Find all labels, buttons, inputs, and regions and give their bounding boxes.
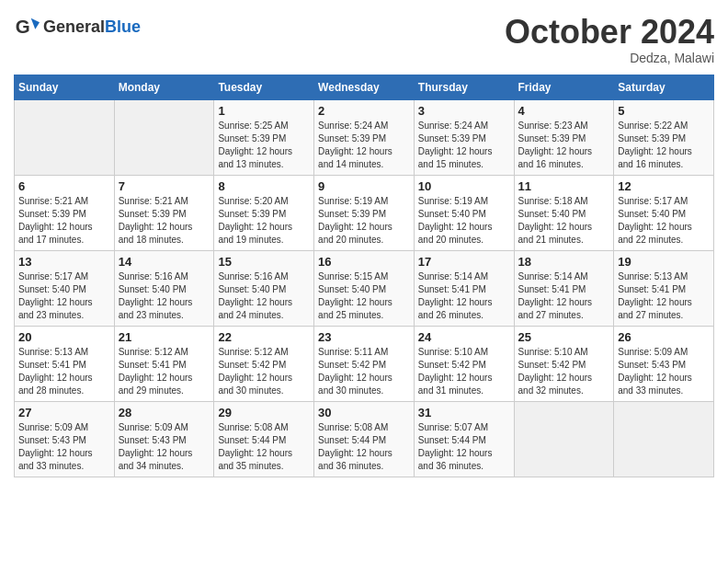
day-number: 5 (618, 104, 710, 118)
weekday-header: Saturday (614, 75, 714, 99)
day-info: Sunrise: 5:14 AMSunset: 5:41 PMDaylight:… (418, 270, 510, 322)
day-number: 27 (18, 406, 110, 419)
day-info: Sunrise: 5:12 AMSunset: 5:41 PMDaylight:… (119, 346, 210, 397)
calendar-cell: 4Sunrise: 5:23 AMSunset: 5:39 PMDaylight… (514, 99, 614, 175)
day-info: Sunrise: 5:18 AMSunset: 5:40 PMDaylight:… (518, 195, 610, 247)
day-info: Sunrise: 5:16 AMSunset: 5:40 PMDaylight:… (119, 270, 210, 322)
day-info: Sunrise: 5:16 AMSunset: 5:40 PMDaylight:… (218, 270, 310, 322)
calendar-cell: 25Sunrise: 5:10 AMSunset: 5:42 PMDayligh… (514, 326, 614, 401)
calendar-cell: 3Sunrise: 5:24 AMSunset: 5:39 PMDaylight… (414, 99, 514, 175)
day-info: Sunrise: 5:11 AMSunset: 5:42 PMDaylight:… (318, 346, 410, 397)
day-info: Sunrise: 5:10 AMSunset: 5:42 PMDaylight:… (518, 346, 610, 397)
day-info: Sunrise: 5:13 AMSunset: 5:41 PMDaylight:… (18, 346, 110, 397)
calendar-cell: 28Sunrise: 5:09 AMSunset: 5:43 PMDayligh… (114, 401, 214, 477)
calendar-cell: 16Sunrise: 5:15 AMSunset: 5:40 PMDayligh… (314, 250, 415, 326)
calendar-table: SundayMondayTuesdayWednesdayThursdayFrid… (14, 75, 714, 477)
day-number: 9 (318, 179, 410, 193)
day-info: Sunrise: 5:25 AMSunset: 5:39 PMDaylight:… (218, 120, 310, 171)
day-number: 4 (518, 104, 610, 118)
calendar-cell: 2Sunrise: 5:24 AMSunset: 5:39 PMDaylight… (314, 99, 415, 175)
calendar-cell: 1Sunrise: 5:25 AMSunset: 5:39 PMDaylight… (214, 99, 314, 175)
day-number: 13 (18, 255, 110, 269)
calendar-cell: 18Sunrise: 5:14 AMSunset: 5:41 PMDayligh… (514, 250, 614, 326)
svg-text:G: G (16, 16, 30, 37)
calendar-cell: 27Sunrise: 5:09 AMSunset: 5:43 PMDayligh… (15, 401, 115, 477)
day-info: Sunrise: 5:09 AMSunset: 5:43 PMDaylight:… (618, 346, 710, 397)
day-info: Sunrise: 5:17 AMSunset: 5:40 PMDaylight:… (18, 270, 110, 322)
calendar-week-row: 20Sunrise: 5:13 AMSunset: 5:41 PMDayligh… (15, 326, 714, 401)
calendar-cell: 29Sunrise: 5:08 AMSunset: 5:44 PMDayligh… (214, 401, 314, 477)
weekday-header: Friday (514, 75, 614, 99)
day-info: Sunrise: 5:17 AMSunset: 5:40 PMDaylight:… (618, 195, 710, 247)
day-number: 25 (518, 330, 610, 344)
weekday-header: Monday (114, 75, 214, 99)
day-info: Sunrise: 5:14 AMSunset: 5:41 PMDaylight:… (518, 270, 610, 322)
day-number: 21 (119, 330, 210, 344)
calendar-cell: 30Sunrise: 5:08 AMSunset: 5:44 PMDayligh… (314, 401, 415, 477)
day-info: Sunrise: 5:09 AMSunset: 5:43 PMDaylight:… (18, 421, 110, 473)
calendar-cell: 5Sunrise: 5:22 AMSunset: 5:39 PMDaylight… (614, 99, 714, 175)
calendar-cell (114, 99, 214, 175)
calendar-cell (514, 401, 614, 477)
day-info: Sunrise: 5:24 AMSunset: 5:39 PMDaylight:… (418, 120, 510, 171)
day-info: Sunrise: 5:23 AMSunset: 5:39 PMDaylight:… (518, 120, 610, 171)
logo-icon: G (14, 14, 40, 40)
weekday-header: Thursday (414, 75, 514, 99)
calendar-cell: 31Sunrise: 5:07 AMSunset: 5:44 PMDayligh… (414, 401, 514, 477)
calendar-cell (15, 99, 115, 175)
day-info: Sunrise: 5:21 AMSunset: 5:39 PMDaylight:… (18, 195, 110, 247)
weekday-header: Tuesday (214, 75, 314, 99)
day-number: 6 (18, 179, 110, 193)
calendar-cell: 17Sunrise: 5:14 AMSunset: 5:41 PMDayligh… (414, 250, 514, 326)
day-info: Sunrise: 5:15 AMSunset: 5:40 PMDaylight:… (318, 270, 410, 322)
calendar-cell: 8Sunrise: 5:20 AMSunset: 5:39 PMDaylight… (214, 175, 314, 250)
svg-marker-1 (31, 18, 40, 29)
day-info: Sunrise: 5:08 AMSunset: 5:44 PMDaylight:… (318, 421, 410, 473)
calendar-cell: 14Sunrise: 5:16 AMSunset: 5:40 PMDayligh… (114, 250, 214, 326)
calendar-cell: 9Sunrise: 5:19 AMSunset: 5:39 PMDaylight… (314, 175, 415, 250)
day-number: 23 (318, 330, 410, 344)
day-number: 30 (318, 406, 410, 419)
calendar-cell: 10Sunrise: 5:19 AMSunset: 5:40 PMDayligh… (414, 175, 514, 250)
calendar-week-row: 1Sunrise: 5:25 AMSunset: 5:39 PMDaylight… (15, 99, 714, 175)
day-info: Sunrise: 5:08 AMSunset: 5:44 PMDaylight:… (218, 421, 310, 473)
calendar-cell (614, 401, 714, 477)
day-number: 17 (418, 255, 510, 269)
day-number: 12 (618, 179, 710, 193)
day-number: 31 (418, 406, 510, 419)
day-number: 8 (218, 179, 310, 193)
day-info: Sunrise: 5:21 AMSunset: 5:39 PMDaylight:… (119, 195, 210, 247)
calendar-cell: 26Sunrise: 5:09 AMSunset: 5:43 PMDayligh… (614, 326, 714, 401)
calendar-cell: 13Sunrise: 5:17 AMSunset: 5:40 PMDayligh… (15, 250, 115, 326)
calendar-cell: 21Sunrise: 5:12 AMSunset: 5:41 PMDayligh… (114, 326, 214, 401)
location: Dedza, Malawi (505, 51, 714, 65)
day-number: 16 (318, 255, 410, 269)
title-area: October 2024 Dedza, Malawi (505, 14, 714, 65)
calendar-cell: 22Sunrise: 5:12 AMSunset: 5:42 PMDayligh… (214, 326, 314, 401)
day-number: 28 (119, 406, 210, 419)
day-info: Sunrise: 5:12 AMSunset: 5:42 PMDaylight:… (218, 346, 310, 397)
calendar-cell: 19Sunrise: 5:13 AMSunset: 5:41 PMDayligh… (614, 250, 714, 326)
calendar-cell: 11Sunrise: 5:18 AMSunset: 5:40 PMDayligh… (514, 175, 614, 250)
calendar-week-row: 6Sunrise: 5:21 AMSunset: 5:39 PMDaylight… (15, 175, 714, 250)
day-number: 1 (218, 104, 310, 118)
calendar-cell: 24Sunrise: 5:10 AMSunset: 5:42 PMDayligh… (414, 326, 514, 401)
day-info: Sunrise: 5:19 AMSunset: 5:39 PMDaylight:… (318, 195, 410, 247)
weekday-header-row: SundayMondayTuesdayWednesdayThursdayFrid… (15, 75, 714, 99)
day-info: Sunrise: 5:07 AMSunset: 5:44 PMDaylight:… (418, 421, 510, 473)
day-info: Sunrise: 5:19 AMSunset: 5:40 PMDaylight:… (418, 195, 510, 247)
month-title: October 2024 (505, 14, 714, 51)
day-number: 29 (218, 406, 310, 419)
day-number: 22 (218, 330, 310, 344)
day-number: 7 (119, 179, 210, 193)
day-info: Sunrise: 5:09 AMSunset: 5:43 PMDaylight:… (119, 421, 210, 473)
day-info: Sunrise: 5:22 AMSunset: 5:39 PMDaylight:… (618, 120, 710, 171)
day-number: 11 (518, 179, 610, 193)
logo-text-blue: Blue (105, 17, 141, 36)
day-number: 19 (618, 255, 710, 269)
calendar-cell: 20Sunrise: 5:13 AMSunset: 5:41 PMDayligh… (15, 326, 115, 401)
calendar-cell: 12Sunrise: 5:17 AMSunset: 5:40 PMDayligh… (614, 175, 714, 250)
day-number: 14 (119, 255, 210, 269)
day-number: 20 (18, 330, 110, 344)
logo-text-general: General (43, 17, 105, 36)
